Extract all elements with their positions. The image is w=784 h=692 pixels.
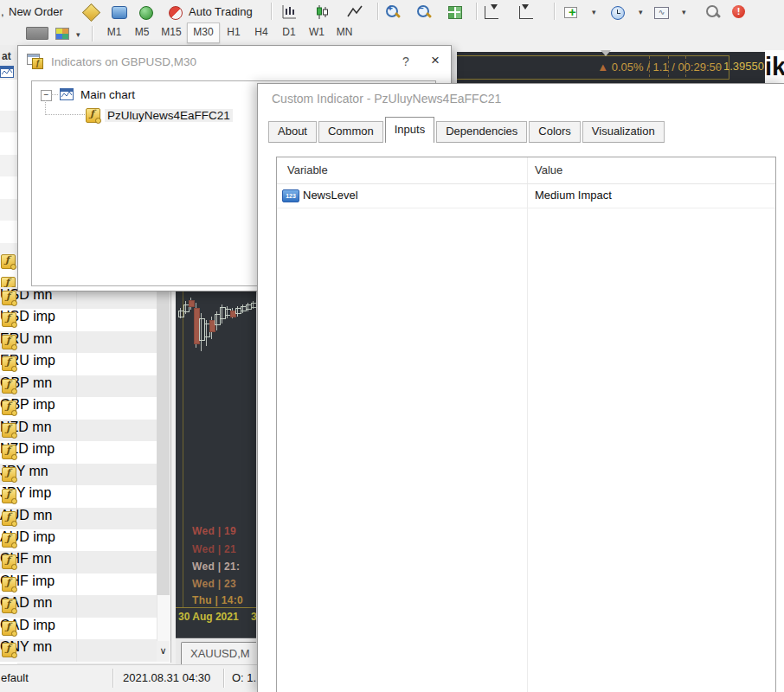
periods-dropdown-icon[interactable]: ▾ <box>639 8 643 16</box>
list-item[interactable]: GBP mn <box>0 375 170 397</box>
tab-visualization[interactable]: Visualization <box>582 121 665 143</box>
list-stripe <box>0 111 17 132</box>
indicator-f-icon <box>2 599 16 613</box>
left-fragment-text: at <box>2 50 11 62</box>
list-item[interactable]: NZD imp <box>0 441 170 463</box>
chart-info-box: ▲ 0.05% / 1.1 / 00:29:50 <box>457 55 729 80</box>
timeframe-button-h4[interactable]: H4 <box>247 22 275 42</box>
add-indicator-dropdown-icon[interactable]: ▾ <box>592 8 596 16</box>
close-icon[interactable]: × <box>425 51 446 70</box>
tile-windows-icon[interactable] <box>448 3 466 21</box>
list-item[interactable]: CHF imp <box>0 573 170 595</box>
line-chart-icon[interactable] <box>346 3 363 21</box>
help-button[interactable]: ? <box>397 53 414 70</box>
templates-icon[interactable]: ∿ <box>654 3 672 21</box>
list-column-divider <box>76 287 77 662</box>
scroll-down-icon[interactable]: ∨ <box>157 641 170 662</box>
column-header-variable: Variable <box>287 157 328 183</box>
add-indicator-icon[interactable] <box>564 3 582 21</box>
timeframe-button-h1[interactable]: H1 <box>220 22 247 42</box>
new-chart-icon[interactable] <box>82 3 100 21</box>
list-item[interactable]: JPY imp <box>0 485 170 507</box>
palette-icon[interactable] <box>55 25 73 42</box>
list-item[interactable]: NZD mn <box>0 420 170 441</box>
timeframe-button-w1[interactable]: W1 <box>303 22 331 42</box>
chart-tab-xauusd[interactable]: XAUUSD,M <box>181 642 256 665</box>
alert-icon[interactable]: ! <box>732 3 749 21</box>
toolbar-left-fragment: , <box>1 5 4 18</box>
timeframe-button-m1[interactable]: M1 <box>100 22 128 42</box>
timeframe-button-m15[interactable]: M15 <box>156 22 187 42</box>
list-stripe <box>0 155 17 176</box>
list-item[interactable]: JPY mn <box>0 464 170 485</box>
variable-value-cell[interactable]: Medium Impact <box>535 183 612 208</box>
templates-dropdown-icon[interactable]: ▾ <box>682 8 686 16</box>
list-item[interactable]: GBP imp <box>0 397 170 419</box>
globe-icon[interactable] <box>139 3 157 21</box>
fill-rect-icon[interactable] <box>26 25 43 42</box>
list-item[interactable]: CAD imp <box>0 618 170 639</box>
bid-price-label: 1.39550 <box>723 60 764 73</box>
new-order-button[interactable]: New Order <box>9 5 63 18</box>
list-item[interactable]: ERU imp <box>0 353 170 375</box>
table-row[interactable]: 123 NewsLevel Medium Impact <box>277 183 775 208</box>
list-scrollbar-thumb[interactable] <box>157 289 170 595</box>
list-item[interactable]: CHF mn <box>0 551 170 573</box>
tab-about[interactable]: About <box>268 121 317 143</box>
palette-dropdown-icon[interactable]: ▾ <box>76 30 80 39</box>
search-icon[interactable] <box>704 3 722 21</box>
indicator-f-icon <box>2 554 16 569</box>
indicator-f-icon <box>2 643 16 657</box>
column-header-value: Value <box>535 157 562 183</box>
indicator-f-icon <box>1 254 16 269</box>
list-item[interactable]: USD imp <box>0 309 170 330</box>
auto-trading-button[interactable]: Auto Trading <box>189 5 253 18</box>
news-line: Wed | 19 <box>192 525 236 537</box>
timeframe-button-d1[interactable]: D1 <box>275 22 303 42</box>
list-item[interactable]: ERU mn <box>0 331 170 353</box>
list-item[interactable]: CAD mn <box>0 595 170 617</box>
indicator-f-icon <box>2 312 16 327</box>
status-profile: efault <box>1 671 29 684</box>
timeframe-button-m30[interactable]: M30 <box>187 22 220 43</box>
list-item[interactable]: AUD imp <box>0 529 170 551</box>
news-line: Wed | 23 <box>192 578 236 590</box>
indicator-f-icon <box>2 489 16 503</box>
custom-indicator-dialog-title: Custom Indicator - PzUluyNews4EaFFC21 <box>272 92 501 106</box>
list-stripe <box>0 199 17 221</box>
tree-node-main-chart[interactable]: Main chart <box>80 88 135 101</box>
list-item[interactable]: AUD mn <box>0 508 170 529</box>
news-line: Wed | 21 <box>192 543 236 555</box>
periods-icon[interactable] <box>611 3 628 21</box>
zoom-out-icon[interactable]: − <box>415 3 433 21</box>
candlestick-chart-icon[interactable] <box>313 3 331 21</box>
chart-shift-icon[interactable] <box>485 3 502 21</box>
indicator-f-icon <box>2 621 16 636</box>
terminal-icon[interactable] <box>112 3 129 21</box>
bar-chart-icon[interactable] <box>280 3 298 21</box>
mt4-window: , New Order Auto Trading + − ▾ ▾ ∿ ▾ ! <box>0 0 784 692</box>
chart-change-info: 0.05% / 1.1 / 00:29:50 <box>612 61 722 74</box>
tree-node-indicator[interactable]: PzUluyNews4EaFFC21 <box>105 109 233 122</box>
news-line: Thu | 14:0 <box>192 594 243 606</box>
tab-inputs[interactable]: Inputs <box>385 117 434 143</box>
indicator-f-icon <box>2 445 16 459</box>
zoom-in-icon[interactable]: + <box>384 3 402 21</box>
indicator-f-icon <box>2 379 16 394</box>
indicator-list: USD mnUSD impERU mnERU impGBP mnGBP impN… <box>0 287 171 663</box>
tab-colors[interactable]: Colors <box>529 121 581 143</box>
tab-common[interactable]: Common <box>318 121 383 143</box>
timeframe-button-m5[interactable]: M5 <box>128 22 156 42</box>
autotrading-status-icon[interactable] <box>169 3 186 21</box>
indicator-f-icon <box>2 400 16 415</box>
list-item[interactable]: CNY mn <box>0 639 170 661</box>
auto-scroll-icon[interactable] <box>519 3 537 21</box>
chart-date-fragment: 3 <box>251 611 256 623</box>
custom-indicator-dialog: Custom Indicator - PzUluyNews4EaFFC21 Ab… <box>257 83 784 692</box>
main-chart-icon <box>60 88 74 100</box>
tab-dependencies[interactable]: Dependencies <box>436 121 527 143</box>
timeframe-button-mn[interactable]: MN <box>331 22 358 42</box>
chart-date-label: 30 Aug 2021 <box>178 611 239 623</box>
indicators-dialog-title: Indicators on GBPUSD,M30 <box>51 55 196 68</box>
indicators-dialog-icon: ƒ <box>27 53 44 68</box>
